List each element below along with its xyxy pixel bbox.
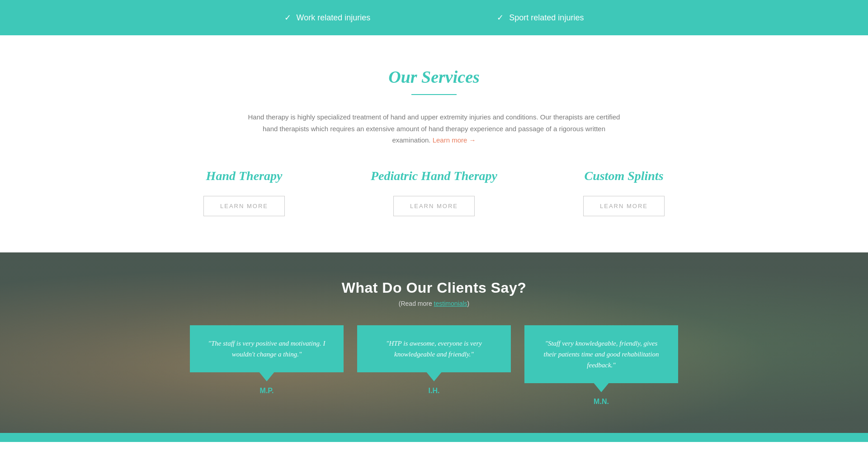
learn-more-link[interactable]: Learn more →	[433, 136, 476, 144]
services-section: Our Services Hand therapy is highly spec…	[0, 35, 868, 252]
testimonials-subtitle: (Read more testimonials)	[0, 300, 868, 307]
testimonial-quote-3: "Staff very knowledgeable, friendly, giv…	[544, 340, 659, 369]
services-divider	[411, 94, 457, 95]
pediatric-therapy-learn-btn[interactable]: LEARN MORE	[393, 196, 475, 216]
testimonials-title: What Do Our Clients Say?	[0, 280, 868, 296]
testimonial-author-1: M.P.	[260, 387, 274, 395]
services-description: Hand therapy is highly specialized treat…	[244, 111, 624, 146]
testimonial-quote-2: "HTP is awesome, everyone is very knowle…	[386, 340, 482, 358]
testimonials-content: What Do Our Clients Say? (Read more test…	[0, 280, 868, 406]
testimonial-card-wrapper-1: "The staff is very positive and motivati…	[190, 325, 344, 406]
testimonial-quote-1: "The staff is very positive and motivati…	[208, 340, 326, 358]
top-bar-item-work: ✓ Work related injuries	[284, 13, 371, 23]
service-card-custom-splints: Custom Splints LEARN MORE	[547, 169, 701, 216]
pediatric-therapy-title: Pediatric Hand Therapy	[371, 169, 497, 183]
testimonial-author-2: I.H.	[429, 387, 440, 395]
bottom-bar	[0, 433, 868, 442]
services-cards: Hand Therapy LEARN MORE Pediatric Hand T…	[0, 169, 868, 216]
services-title: Our Services	[0, 67, 868, 87]
service-card-hand-therapy: Hand Therapy LEARN MORE	[167, 169, 321, 216]
custom-splints-title: Custom Splints	[584, 169, 663, 183]
testimonial-card-wrapper-2: "HTP is awesome, everyone is very knowle…	[357, 325, 511, 406]
top-bar: ✓ Work related injuries ✓ Sport related …	[0, 0, 868, 35]
check-icon-work: ✓	[284, 13, 291, 23]
hand-therapy-learn-btn[interactable]: LEARN MORE	[203, 196, 285, 216]
testimonial-card-1: "The staff is very positive and motivati…	[190, 325, 344, 372]
testimonial-card-2: "HTP is awesome, everyone is very knowle…	[357, 325, 511, 372]
check-icon-sport: ✓	[497, 13, 504, 23]
testimonials-section: What Do Our Clients Say? (Read more test…	[0, 252, 868, 442]
testimonial-card-wrapper-3: "Staff very knowledgeable, friendly, giv…	[524, 325, 678, 406]
testimonials-link[interactable]: testimonials	[434, 300, 467, 307]
top-bar-label-work: Work related injuries	[297, 13, 371, 23]
testimonials-cards: "The staff is very positive and motivati…	[0, 325, 868, 406]
hand-therapy-title: Hand Therapy	[206, 169, 283, 183]
testimonial-author-3: M.N.	[594, 398, 609, 406]
custom-splints-learn-btn[interactable]: LEARN MORE	[583, 196, 665, 216]
service-card-pediatric: Pediatric Hand Therapy LEARN MORE	[357, 169, 511, 216]
testimonial-card-3: "Staff very knowledgeable, friendly, giv…	[524, 325, 678, 383]
top-bar-label-sport: Sport related injuries	[509, 13, 584, 23]
top-bar-item-sport: ✓ Sport related injuries	[497, 13, 584, 23]
